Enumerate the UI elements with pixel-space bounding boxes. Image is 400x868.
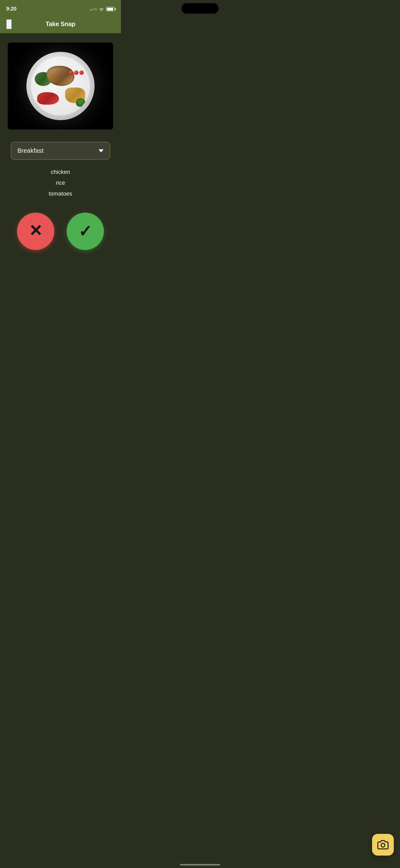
list-item: rice [56, 180, 65, 186]
signal-icon [90, 7, 97, 10]
reject-button[interactable]: ✕ [17, 213, 54, 250]
food-chicken [46, 66, 74, 86]
chevron-down-icon [99, 149, 104, 152]
nav-bar: < Take Snap [0, 17, 121, 33]
plate-outer [26, 52, 95, 120]
food-tomatoes [37, 92, 59, 104]
food-cherry-tomatoes [69, 70, 84, 75]
status-bar: 9:20 [0, 0, 121, 17]
list-item: chicken [51, 169, 70, 176]
food-image [8, 42, 113, 129]
page-title: Take Snap [45, 21, 75, 28]
food-plate [23, 49, 98, 123]
plate-inner [31, 57, 90, 116]
status-right [90, 7, 115, 11]
food-broccoli [76, 98, 85, 107]
check-icon: ✓ [78, 223, 92, 239]
list-item: tomatoes [49, 191, 72, 197]
meal-selector-value: Breakfast [18, 147, 43, 154]
status-time: 9:20 [6, 6, 16, 12]
battery-icon [106, 7, 115, 11]
wifi-icon [99, 7, 104, 11]
meal-selector-dropdown[interactable]: Breakfast [11, 142, 110, 160]
x-icon: ✕ [29, 223, 42, 239]
back-button[interactable]: < [6, 19, 12, 29]
detected-items-list: chicken rice tomatoes [49, 169, 72, 197]
accept-button[interactable]: ✓ [67, 213, 104, 250]
main-content: Breakfast chicken rice tomatoes ✕ ✓ [0, 33, 121, 312]
action-buttons: ✕ ✓ [11, 213, 110, 250]
